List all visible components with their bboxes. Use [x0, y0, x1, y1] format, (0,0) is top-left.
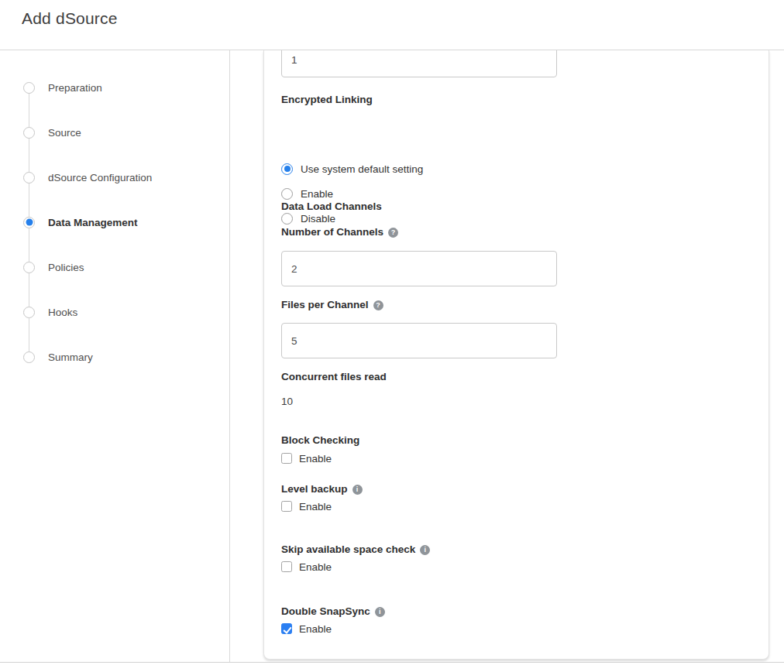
- step-label: Data Management: [48, 217, 138, 228]
- step-label: Source: [48, 127, 81, 139]
- checkbox-label: Enable: [299, 501, 332, 513]
- sidebar-item-preparation[interactable]: Preparation: [0, 81, 102, 94]
- encrypted-linking-label: Encrypted Linking: [281, 94, 373, 106]
- step-label: Summary: [48, 351, 93, 363]
- info-icon[interactable]: i: [420, 545, 430, 555]
- concurrent-files-read-value: 10: [281, 396, 293, 408]
- number-of-channels-input[interactable]: [281, 251, 557, 286]
- radio-label: Use system default setting: [301, 163, 423, 175]
- checkbox-icon[interactable]: [281, 453, 292, 464]
- number-of-channels-label: Number of Channels ?: [281, 226, 398, 238]
- files-per-channel-label: Files per Channel ?: [281, 299, 383, 311]
- block-checking-enable-checkbox[interactable]: Enable: [281, 452, 332, 465]
- checkbox-label: Enable: [299, 623, 332, 635]
- radio-icon[interactable]: [281, 188, 293, 200]
- data-load-channels-heading: Data Load Channels: [281, 201, 382, 213]
- wizard-stepper: Preparation Source dSource Configuration…: [0, 50, 230, 662]
- page-title: Add dSource: [22, 9, 118, 28]
- radio-enable[interactable]: Enable: [281, 187, 333, 200]
- sidebar-item-summary[interactable]: Summary: [0, 351, 93, 363]
- step-circle-icon[interactable]: [23, 351, 35, 363]
- skip-available-space-check-enable-checkbox[interactable]: Enable: [281, 561, 332, 573]
- radio-label: Enable: [301, 188, 333, 200]
- double-snapsync-enable-checkbox[interactable]: Enable: [281, 622, 332, 635]
- radio-use-system-default[interactable]: Use system default setting: [281, 163, 423, 175]
- block-checking-label: Block Checking: [281, 434, 359, 447]
- level-backup-label: Level backup i: [281, 483, 363, 495]
- sidebar-item-source[interactable]: Source: [0, 126, 81, 139]
- level-backup-enable-checkbox[interactable]: Enable: [281, 500, 332, 513]
- help-icon[interactable]: ?: [373, 300, 383, 310]
- step-circle-icon[interactable]: [23, 172, 35, 183]
- radio-disable[interactable]: Disable: [281, 212, 335, 225]
- step-circle-icon[interactable]: [23, 127, 35, 139]
- step-circle-icon[interactable]: [23, 262, 35, 273]
- concurrent-files-read-label: Concurrent files read: [281, 371, 387, 383]
- step-label: Policies: [48, 262, 84, 273]
- help-icon[interactable]: ?: [388, 228, 398, 238]
- step-circle-active-icon[interactable]: [23, 217, 35, 228]
- sidebar-item-data-management[interactable]: Data Management: [0, 216, 138, 228]
- checkbox-label: Enable: [299, 453, 332, 465]
- checkbox-label: Enable: [299, 561, 332, 573]
- sidebar-item-policies[interactable]: Policies: [0, 261, 84, 273]
- step-circle-icon[interactable]: [23, 307, 35, 318]
- info-icon[interactable]: i: [375, 607, 385, 617]
- step-label: dSource Configuration: [48, 172, 152, 183]
- truncated-number-input[interactable]: [281, 50, 557, 77]
- data-management-form-panel: Encrypted Linking Use system default set…: [263, 50, 769, 660]
- footer-divider: [0, 662, 784, 663]
- info-icon[interactable]: i: [352, 485, 363, 495]
- skip-available-space-check-label: Skip available space check i: [281, 543, 430, 556]
- radio-icon[interactable]: [281, 163, 293, 175]
- step-label: Preparation: [48, 82, 102, 94]
- sidebar-item-dsource-configuration[interactable]: dSource Configuration: [0, 171, 152, 183]
- double-snapsync-label: Double SnapSync i: [281, 605, 385, 618]
- step-label: Hooks: [48, 307, 77, 318]
- step-circle-icon[interactable]: [23, 82, 35, 94]
- radio-label: Disable: [301, 213, 335, 225]
- files-per-channel-input[interactable]: [281, 323, 557, 358]
- checkbox-icon[interactable]: [281, 561, 292, 572]
- sidebar-item-hooks[interactable]: Hooks: [0, 306, 77, 318]
- checkbox-checked-icon[interactable]: [281, 623, 292, 634]
- checkbox-icon[interactable]: [281, 501, 292, 512]
- radio-icon[interactable]: [281, 213, 293, 225]
